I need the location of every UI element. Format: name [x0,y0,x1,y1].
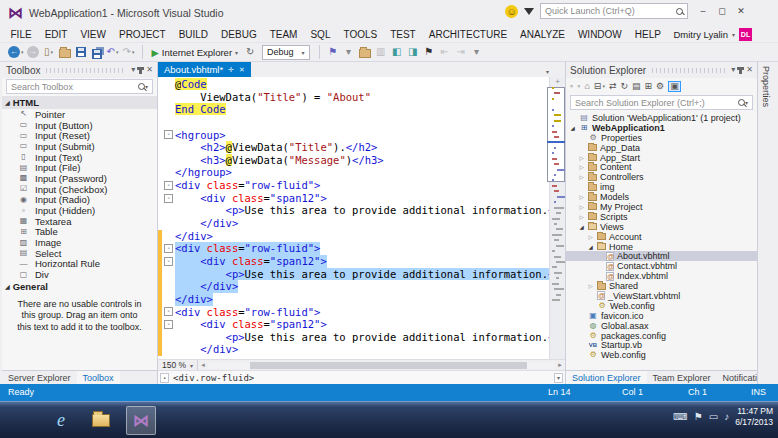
fold-collapse-icon[interactable]: - [164,257,173,266]
show-all-files-icon[interactable]: ▤ [632,82,641,91]
editor-zoom-control[interactable]: 150 % ▾ [158,360,198,370]
nav-back-icon[interactable]: ←▾ [8,44,24,60]
keyboard-icon[interactable]: ⌨ [673,412,687,422]
tree-item-controllers[interactable]: ▷Controllers [566,172,757,182]
expanded-icon[interactable]: ◢ [578,224,585,230]
sync-with-active-document-icon[interactable]: ⇄ [609,82,617,91]
tree-item-webapplication1[interactable]: ◢⊞WebApplication1 [566,123,757,133]
fold-collapse-icon[interactable]: - [164,307,173,316]
close-icon[interactable]: ✕ [746,66,753,74]
tree-item-web-config[interactable]: ⚙Web.config [566,350,757,360]
tree-item-my-project[interactable]: ▷My Project [566,202,757,212]
toolbox-search-input[interactable]: Search Toolbox ▾ [6,79,153,94]
pin-icon[interactable] [139,67,142,74]
breadcrumb-tag-icon[interactable]: ▪ [160,373,169,383]
titlebar[interactable]: ⋈ WebApplication1 - Microsoft Visual Stu… [0,0,778,26]
code-editor[interactable]: @Code ViewData("Title") = "About"End Cod… [158,77,565,359]
refresh-icon[interactable]: ↻ [243,44,257,60]
hscroll-track[interactable] [208,362,555,369]
tree-item-favicon-ico[interactable]: ▣favicon.ico [566,311,757,321]
code-line[interactable]: ViewData("Title") = "About" [158,91,549,104]
tab-server-explorer[interactable]: Server Explorer [2,371,77,384]
tab-properties[interactable]: Properties [758,62,774,111]
tree-item-startup-vb[interactable]: VBStartup.vb [566,340,757,350]
close-icon[interactable]: ✕ [146,66,153,74]
notifications-filter-icon[interactable] [524,8,534,15]
toolbox-item-input-button-[interactable]: ▭Input (Button) [2,120,157,131]
expanded-icon[interactable]: ◢ [569,125,576,131]
solution-explorer-header[interactable]: Solution Explorer ▾ ✕ [566,62,757,78]
bookmark-icon[interactable]: ⚑ [422,44,436,60]
window-position-icon[interactable]: ▾ [731,66,735,74]
home-icon[interactable]: ⌂ [584,82,589,91]
taskbar-visual-studio-button[interactable]: ⋈ [126,406,156,435]
menu-sql[interactable]: SQL [304,29,337,40]
feedback-smiley-icon[interactable]: ☺ [505,5,518,18]
pin-tab-icon[interactable]: ✛ [228,66,234,74]
collapsed-icon[interactable]: ▷ [578,214,585,220]
menu-help[interactable]: HELP [628,29,667,40]
tree-item-index-vbhtml[interactable]: @Index.vbhtml [566,271,757,281]
code-line[interactable]: <p>Use this area to provide additional i… [158,204,549,217]
horizontal-scrollbar[interactable]: 150 % ▾ ◂ ▸ [158,359,565,370]
code-line[interactable]: <h3>@ViewData("Message")</h3> [158,154,549,167]
view-code-icon[interactable]: ⊞ [645,82,653,91]
toolbox-item-select[interactable]: ▤Select [2,248,157,259]
code-line[interactable]: -<div class="row-fluid"> [158,242,549,255]
refresh-icon[interactable]: ↻ [620,82,628,91]
save-all-icon[interactable] [90,44,104,60]
indent-increase-icon[interactable]: ⇥ [454,44,468,60]
tree-item-app-data[interactable]: App_Data [566,143,757,153]
code-line[interactable]: </hgroup> [158,166,549,179]
toolbox-header[interactable]: Toolbox ▾ ✕ [2,62,157,78]
new-file-icon[interactable]: ▯▾ [42,44,56,60]
tree-item-shared[interactable]: ▷Shared [566,281,757,291]
toolbox-item-div[interactable]: ▢Div [2,269,157,280]
document-list-dropdown-icon[interactable]: ▾ [546,68,549,75]
tree-item-solution-webapplication1-1-project-[interactable]: ▤Solution 'WebApplication1' (1 project) [566,113,757,123]
taskbar-internet-explorer-button[interactable]: e [46,406,76,435]
user-account[interactable]: Dmitry Lyalin ▾ DL [673,28,752,41]
find-in-files-icon[interactable]: ⚑ [326,44,340,60]
collapsed-icon[interactable]: ▷ [587,283,594,289]
fold-collapse-icon[interactable]: - [164,130,173,139]
menu-build[interactable]: BUILD [172,29,214,40]
toolbox-item-input-checkbox-[interactable]: ☑Input (Checkbox) [2,184,157,195]
code-line[interactable]: </div> [158,217,549,230]
solution-config-dropdown[interactable]: Debug▾ [262,45,310,60]
toolbox-item-image[interactable]: ▨Image [2,237,157,248]
close-button[interactable]: ✕ [732,3,750,19]
code-line[interactable]: End Code [158,103,549,116]
volume-icon[interactable]: ♪ [724,412,729,422]
taskbar-clock[interactable]: 11:47 PM 6/17/2013 [735,406,773,428]
undo-icon[interactable]: ↶▾ [106,44,120,60]
code-line[interactable]: <p>Use this area to provide additional i… [158,268,549,281]
tree-item-models[interactable]: ▷Models [566,192,757,202]
window-position-icon[interactable]: ▾ [131,66,135,74]
vertical-scrollbar-minimap[interactable]: + [549,77,565,359]
code-line[interactable]: - <div class="span12"> [158,192,549,205]
code-line[interactable]: </div> [158,280,549,293]
quick-launch-input[interactable]: Quick Launch (Ctrl+Q) [540,3,688,19]
network-icon[interactable]: ▭ [709,412,718,422]
fold-collapse-icon[interactable]: - [164,320,173,329]
code-line[interactable]: -<hgroup> [158,129,549,142]
collapsed-icon[interactable]: ▷ [578,174,585,180]
menu-file[interactable]: FILE [4,29,38,40]
toolbar-options-icon[interactable]: ▾ [470,44,484,60]
menu-team[interactable]: TEAM [263,29,304,40]
avatar[interactable]: DL [739,28,752,41]
code-line[interactable]: <h2>@ViewData("Title").</h2> [158,141,549,154]
open-file-icon[interactable] [58,44,72,60]
split-handle-icon[interactable]: + [550,77,565,86]
tab-solution-explorer[interactable]: Solution Explorer [566,371,647,384]
tab-team-explorer[interactable]: Team Explorer [647,371,717,384]
tree-item-about-vbhtml[interactable]: @About.vbhtml [566,251,757,261]
solution-folder-icon[interactable] [358,44,372,60]
toolbox-item-input-file-[interactable]: ▤Input (File) [2,162,157,173]
code-line[interactable]: @Code [158,78,549,91]
solution-search-input[interactable]: Search Solution Explorer (Ctrl+;) ▾ [570,95,753,110]
menu-analyze[interactable]: ANALYZE [514,29,572,40]
toolbox-item-input-reset-[interactable]: ▭Input (Reset) [2,130,157,141]
preview-selected-items-icon[interactable]: ▣ [668,81,681,92]
